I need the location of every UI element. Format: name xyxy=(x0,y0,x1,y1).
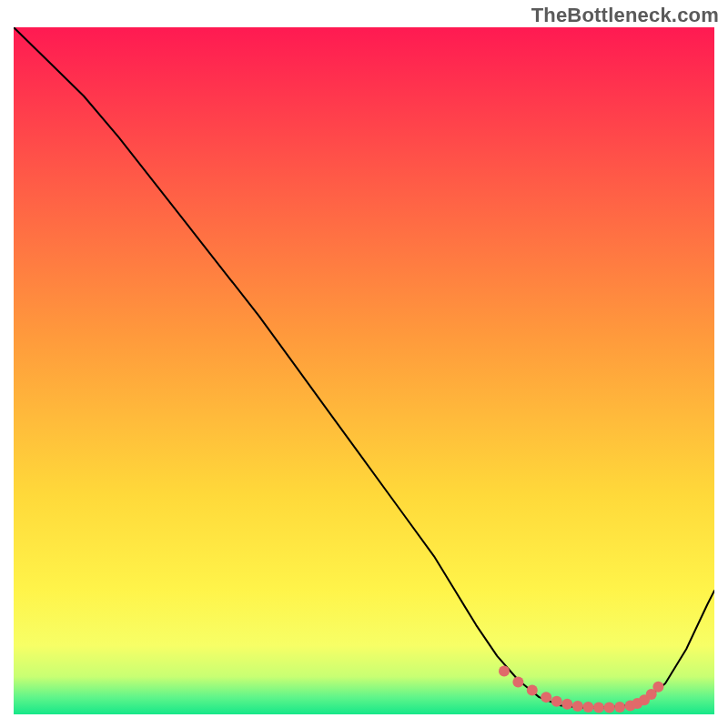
optimal-range-marker xyxy=(512,677,523,688)
optimal-range-marker xyxy=(652,682,663,693)
optimal-range-marker xyxy=(572,701,583,712)
plot-area xyxy=(14,27,714,714)
optimal-range-marker xyxy=(499,665,510,676)
optimal-range-marker xyxy=(541,692,551,703)
optimal-range-marker xyxy=(551,696,562,707)
optimal-range-marker xyxy=(604,702,615,713)
optimal-range-marker xyxy=(614,702,625,713)
chart-container: TheBottleneck.com xyxy=(0,0,728,728)
optimal-range-marker xyxy=(527,685,538,696)
optimal-range-marker xyxy=(593,702,604,713)
chart-svg xyxy=(14,27,714,714)
watermark-text: TheBottleneck.com xyxy=(531,4,719,27)
optimal-range-marker xyxy=(561,699,572,710)
optimal-range-marker xyxy=(582,702,593,713)
gradient-background xyxy=(14,27,714,714)
